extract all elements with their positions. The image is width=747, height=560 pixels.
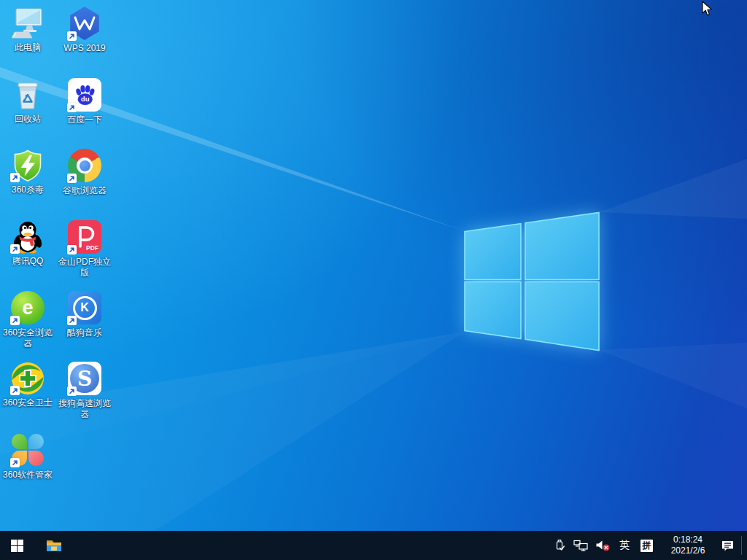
wps-2019-icon <box>67 7 102 42</box>
shortcut-arrow-icon <box>67 245 77 254</box>
desktop-icon-label: 腾讯QQ <box>0 256 55 267</box>
shortcut-arrow-icon <box>10 316 20 325</box>
desktop-icon-this-pc[interactable]: 此电脑 <box>0 6 55 53</box>
shortcut-arrow-icon <box>67 103 77 112</box>
desktop-icon-kugou-music[interactable]: K 酷狗音乐 <box>57 290 112 338</box>
desktop-icon-wps-2019[interactable]: WPS 2019 <box>57 6 112 54</box>
kingsoft-pdf-icon: PDF <box>67 220 102 255</box>
shortcut-arrow-icon <box>67 386 77 396</box>
desktop-icon-label: 回收站 <box>0 114 55 125</box>
shortcut-arrow-icon <box>67 316 77 325</box>
360-safe-icon <box>10 361 45 396</box>
svg-text:du: du <box>81 95 90 103</box>
desktop-icon-label: 百度一下 <box>57 114 112 125</box>
action-center-icon[interactable] <box>717 531 738 560</box>
baidu-icon: du <box>67 78 102 113</box>
volume-muted-icon[interactable] <box>592 531 614 560</box>
desktop-icon-kingsoft-pdf[interactable]: PDF 金山PDF独立版 <box>57 219 112 279</box>
desktop-icon-sogou-browser[interactable]: S 搜狗高速浏览器 <box>57 361 112 420</box>
ime-pinyin-icon[interactable]: 拼 <box>640 540 653 552</box>
clock-time: 0:18:24 <box>665 534 711 545</box>
desktop-icon-label: 此电脑 <box>0 42 55 53</box>
shortcut-arrow-icon <box>10 386 20 395</box>
desktop-icon-360-safe[interactable]: 360安全卫士 <box>0 361 55 408</box>
360-browser-icon: e <box>10 291 45 326</box>
ime-language-indicator[interactable]: 英 <box>614 539 635 552</box>
this-pc-icon <box>10 6 45 41</box>
desktop-icon-label: 360安全卫士 <box>0 397 55 408</box>
windows-logo <box>463 211 600 355</box>
desktop-icon-label: WPS 2019 <box>57 43 112 54</box>
kugou-music-icon: K <box>67 291 102 326</box>
desktop: 此电脑 回收站 360杀毒 <box>0 0 747 560</box>
system-tray: 英 拼 0:18:24 2021/2/6 <box>550 531 747 560</box>
chrome-icon <box>67 149 102 184</box>
desktop-icon-recycle-bin[interactable]: 回收站 <box>0 77 55 125</box>
desktop-icon-baidu[interactable]: du 百度一下 <box>57 77 112 125</box>
360-antivirus-icon <box>10 148 45 183</box>
360-software-manager-icon <box>10 433 45 468</box>
file-explorer-button[interactable] <box>37 531 71 560</box>
sogou-browser-icon: S <box>67 362 102 397</box>
start-button[interactable] <box>0 531 34 560</box>
desktop-icon-label: 360软件管家 <box>0 470 55 481</box>
desktop-icon-360-software-manager[interactable]: 360软件管家 <box>0 432 55 481</box>
desktop-icon-360-browser[interactable]: e 360安全浏览器 <box>0 290 55 349</box>
taskbar: 英 拼 0:18:24 2021/2/6 <box>0 531 747 560</box>
desktop-icon-label: 酷狗音乐 <box>57 327 112 338</box>
shortcut-arrow-icon <box>10 458 20 467</box>
desktop-icon-tencent-qq[interactable]: 腾讯QQ <box>0 219 55 267</box>
desktop-icon-label: 谷歌浏览器 <box>57 185 112 196</box>
svg-text:PDF: PDF <box>86 244 98 252</box>
shortcut-arrow-icon <box>67 31 77 41</box>
recycle-bin-icon <box>10 77 45 112</box>
clock-date: 2021/2/6 <box>665 545 711 556</box>
desktop-icon-label: 360安全浏览器 <box>0 327 55 349</box>
shortcut-arrow-icon <box>67 174 77 183</box>
network-icon[interactable] <box>570 531 592 560</box>
tencent-qq-icon <box>10 219 45 254</box>
taskbar-clock[interactable]: 0:18:24 2021/2/6 <box>659 534 717 556</box>
desktop-icon-label: 金山PDF独立版 <box>57 257 112 279</box>
desktop-icon-label: 搜狗高速浏览器 <box>57 398 112 420</box>
show-desktop-button[interactable] <box>742 531 747 560</box>
desktop-icon-360-antivirus[interactable]: 360杀毒 <box>0 148 55 195</box>
shortcut-arrow-icon <box>10 173 20 182</box>
shortcut-arrow-icon <box>10 244 20 254</box>
desktop-icon-chrome[interactable]: 谷歌浏览器 <box>57 148 112 196</box>
usb-safely-remove-icon[interactable] <box>550 531 570 560</box>
desktop-icon-label: 360杀毒 <box>0 184 55 195</box>
